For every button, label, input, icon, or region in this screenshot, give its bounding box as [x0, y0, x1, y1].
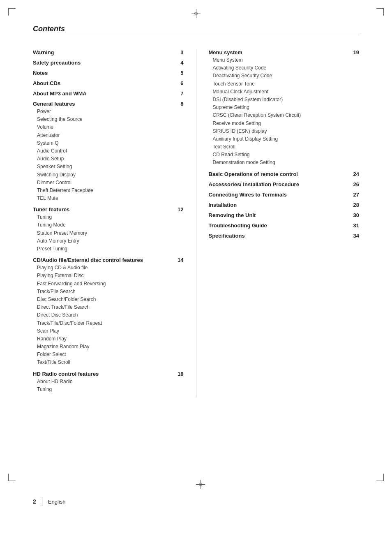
title-section: Contents — [33, 25, 359, 43]
toc-label-safety: Safety precautions — [33, 60, 177, 66]
toc-header-aboutmp3: About MP3 and WMA7 — [33, 90, 184, 97]
toc-header-warning: Warning3 — [33, 49, 184, 56]
toc-subentry-menusystem-13: Demonstration mode Setting — [213, 159, 360, 166]
toc-section-basicops: Basic Operations of remote control24 — [209, 171, 360, 177]
toc-section-general: General features8PowerSelecting the Sour… — [33, 101, 184, 202]
toc-subentry-cdaudio-1: Playing External Disc — [37, 272, 184, 280]
toc-section-notes: Notes5 — [33, 70, 184, 76]
toc-subentry-menusystem-10: Auxiliary Input Display Setting — [213, 135, 360, 143]
toc-subentry-cdaudio-5: Direct Track/File Search — [37, 303, 184, 311]
toc-subentry-menusystem-6: Supreme Setting — [213, 104, 360, 111]
toc-page-general: 8 — [180, 101, 183, 107]
toc-subentry-general-8: Switching Display — [37, 171, 184, 179]
toc-subentry-menusystem-3: Touch Sensor Tone — [213, 80, 360, 88]
toc-page-safety: 4 — [180, 60, 183, 66]
toc-subentry-cdaudio-4: Disc Search/Folder Search — [37, 296, 184, 303]
page-language: English — [48, 499, 66, 505]
toc-subentry-tuner-0: Tuning — [37, 213, 184, 221]
toc-header-hdradio: HD Radio control features18 — [33, 371, 184, 377]
toc-section-specifications: Specifications34 — [209, 233, 360, 239]
toc-subentry-hdradio-0: About HD Radio — [37, 378, 184, 386]
toc-subentry-tuner-3: Auto Memory Entry — [37, 237, 184, 245]
toc-subsections-cdaudio: Playing CD & Audio filePlaying External … — [37, 264, 184, 366]
corner-mark-br — [376, 474, 384, 481]
toc-subentry-cdaudio-12: Text/Title Scroll — [37, 358, 184, 366]
toc-subsections-hdradio: About HD RadioTuning — [37, 378, 184, 393]
toc-header-installation: Installation28 — [209, 202, 360, 208]
page-number: 2 — [33, 498, 36, 505]
toc-label-hdradio: HD Radio control features — [33, 371, 174, 377]
toc-page-specifications: 34 — [353, 233, 359, 239]
toc-subentry-menusystem-8: Receive mode Setting — [213, 120, 360, 127]
toc-section-installation: Installation28 — [209, 202, 360, 208]
toc-header-general: General features8 — [33, 101, 184, 107]
toc-header-notes: Notes5 — [33, 70, 184, 76]
toc-page-removing: 30 — [353, 212, 359, 218]
toc-subentry-general-0: Power — [37, 108, 184, 116]
toc-section-aboutmp3: About MP3 and WMA7 — [33, 90, 184, 97]
toc-subentry-menusystem-7: CRSC (Clean Reception System Circuit) — [213, 111, 360, 119]
toc-page-connecting: 27 — [353, 192, 359, 198]
toc-subentry-menusystem-9: SIRIUS ID (ESN) display — [213, 127, 360, 135]
left-column: Warning3Safety precautions4Notes5About C… — [33, 49, 184, 398]
toc-subentry-menusystem-4: Manual Clock Adjustment — [213, 88, 360, 96]
toc-page-menusystem: 19 — [353, 49, 359, 56]
toc-subentry-cdaudio-11: Folder Select — [37, 351, 184, 358]
toc-subentry-cdaudio-8: Scan Play — [37, 327, 184, 335]
toc-label-installation: Installation — [209, 202, 350, 208]
toc-subentry-cdaudio-9: Random Play — [37, 335, 184, 343]
toc-label-notes: Notes — [33, 70, 177, 76]
toc-label-accessories: Accessories/ Installation Procedure — [209, 181, 350, 187]
toc-subentry-general-9: Dimmer Control — [37, 179, 184, 187]
page-title: Contents — [33, 25, 359, 36]
toc-subsections-tuner: TuningTuning ModeStation Preset MemoryAu… — [37, 213, 184, 253]
toc-section-warning: Warning3 — [33, 49, 184, 56]
toc-subentry-general-7: Speaker Setting — [37, 163, 184, 171]
toc-label-basicops: Basic Operations of remote control — [209, 171, 350, 177]
toc-page-accessories: 26 — [353, 181, 359, 187]
corner-mark-tr — [376, 8, 384, 16]
corner-mark-tl — [8, 8, 16, 16]
toc-page-cdaudio: 14 — [178, 257, 183, 263]
toc-section-safety: Safety precautions4 — [33, 60, 184, 66]
bottom-bar: 2 English — [33, 497, 359, 506]
content-layout: Warning3Safety precautions4Notes5About C… — [33, 49, 359, 398]
toc-subentry-tuner-2: Station Preset Memory — [37, 229, 184, 237]
toc-subentry-menusystem-11: Text Scroll — [213, 143, 360, 151]
toc-section-troubleshooting: Troubleshooting Guide31 — [209, 222, 360, 229]
toc-label-aboutmp3: About MP3 and WMA — [33, 90, 177, 97]
toc-header-connecting: Connecting Wires to Terminals27 — [209, 192, 360, 198]
toc-section-accessories: Accessories/ Installation Procedure26 — [209, 181, 360, 187]
toc-section-tuner: Tuner features12TuningTuning ModeStation… — [33, 206, 184, 253]
toc-subentry-general-3: Attenuator — [37, 132, 184, 139]
toc-subentry-menusystem-1: Activating Security Code — [213, 64, 360, 72]
toc-label-connecting: Connecting Wires to Terminals — [209, 192, 350, 198]
toc-label-cdaudio: CD/Audio file/External disc control feat… — [33, 257, 174, 263]
toc-section-aboutcds: About CDs6 — [33, 80, 184, 86]
toc-header-accessories: Accessories/ Installation Procedure26 — [209, 181, 360, 187]
toc-subentry-tuner-4: Preset Tuning — [37, 245, 184, 253]
toc-header-basicops: Basic Operations of remote control24 — [209, 171, 360, 177]
toc-label-menusystem: Menu system — [209, 49, 350, 56]
toc-subentry-general-4: System Q — [37, 139, 184, 147]
reg-mark-top — [191, 9, 201, 18]
toc-header-tuner: Tuner features12 — [33, 206, 184, 213]
toc-label-troubleshooting: Troubleshooting Guide — [209, 222, 350, 229]
toc-subsections-menusystem: Menu SystemActivating Security CodeDeact… — [213, 56, 360, 167]
toc-subentry-cdaudio-2: Fast Forwarding and Reversing — [37, 280, 184, 288]
toc-subentry-tuner-1: Tuning Mode — [37, 221, 184, 229]
toc-label-removing: Removing the Unit — [209, 212, 350, 218]
toc-header-menusystem: Menu system19 — [209, 49, 360, 56]
toc-header-removing: Removing the Unit30 — [209, 212, 360, 218]
toc-subentry-general-2: Volume — [37, 123, 184, 131]
column-divider — [196, 49, 196, 398]
toc-subentry-general-5: Audio Control — [37, 147, 184, 155]
toc-page-aboutmp3: 7 — [180, 90, 183, 97]
toc-page-hdradio: 18 — [178, 371, 183, 377]
toc-subentry-cdaudio-10: Magazine Random Play — [37, 343, 184, 351]
toc-subentry-cdaudio-6: Direct Disc Search — [37, 311, 184, 319]
toc-page-installation: 28 — [353, 202, 359, 208]
toc-subentry-hdradio-1: Tuning — [37, 386, 184, 393]
toc-subentry-menusystem-5: DSI (Disabled System Indicator) — [213, 96, 360, 104]
toc-label-aboutcds: About CDs — [33, 80, 177, 86]
